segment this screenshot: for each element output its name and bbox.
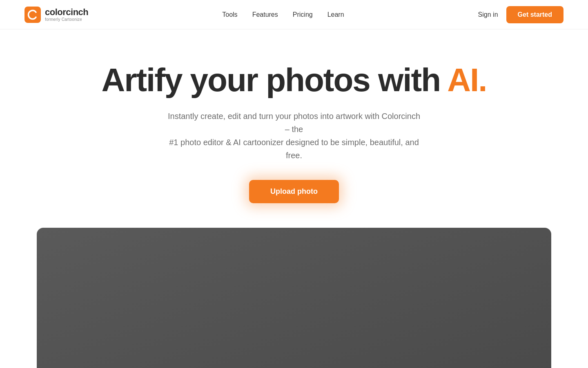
logo-icon: [24, 7, 41, 23]
hero-section: Artify your photos with AI. Instantly cr…: [0, 29, 588, 228]
nav-item-pricing[interactable]: Pricing: [293, 11, 313, 18]
logo[interactable]: colorcinch formerly Cartoonize: [24, 7, 88, 23]
nav-links: Tools Features Pricing Learn: [222, 11, 344, 18]
upload-photo-button[interactable]: Upload photo: [249, 180, 339, 203]
nav-link-tools[interactable]: Tools: [222, 11, 237, 18]
demo-inner: [37, 228, 551, 368]
hero-title-part1: Artify your photos with: [101, 62, 440, 98]
hero-subtitle-line1: Instantly create, edit and turn your pho…: [168, 112, 420, 134]
nav-link-learn[interactable]: Learn: [327, 11, 344, 18]
logo-name: colorcinch: [45, 7, 88, 17]
navbar: colorcinch formerly Cartoonize Tools Fea…: [0, 0, 588, 29]
sign-in-button[interactable]: Sign in: [478, 11, 498, 18]
svg-rect-0: [24, 7, 41, 23]
hero-title-highlight: AI.: [447, 62, 486, 98]
hero-subtitle: Instantly create, edit and turn your pho…: [167, 110, 421, 162]
demo-wrapper: [0, 228, 588, 368]
hero-title: Artify your photos with AI.: [101, 62, 486, 98]
nav-item-features[interactable]: Features: [252, 11, 278, 18]
nav-item-tools[interactable]: Tools: [222, 11, 237, 18]
demo-area: [37, 228, 551, 368]
nav-right: Sign in Get started: [478, 6, 564, 23]
nav-link-pricing[interactable]: Pricing: [293, 11, 313, 18]
logo-text-group: colorcinch formerly Cartoonize: [45, 7, 88, 22]
logo-formerly: formerly Cartoonize: [45, 17, 88, 22]
hero-subtitle-line2: #1 photo editor & AI cartoonizer designe…: [169, 138, 419, 160]
upload-button-wrapper: Upload photo: [249, 180, 339, 203]
nav-item-learn[interactable]: Learn: [327, 11, 344, 18]
get-started-button[interactable]: Get started: [506, 6, 564, 23]
nav-link-features[interactable]: Features: [252, 11, 278, 18]
